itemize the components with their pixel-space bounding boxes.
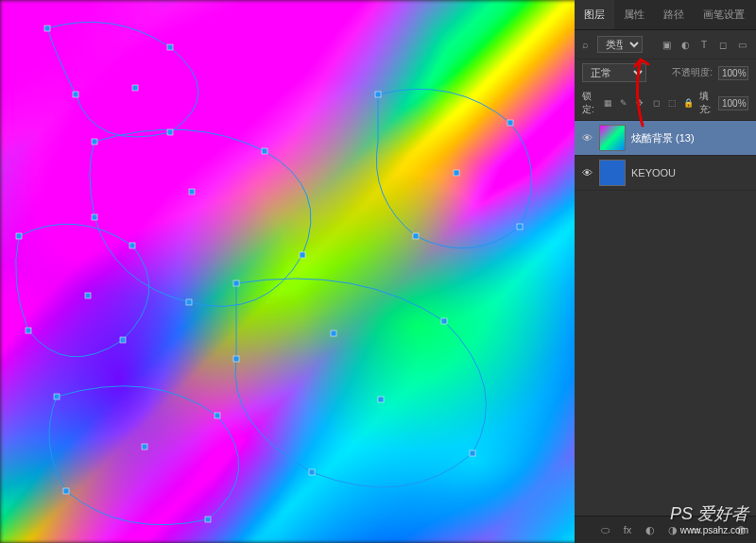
- layers-panel: 图层 属性 路径 画笔设置 ⌕ 类型 ▣ ◐ T ◻ ▭ 正常 不透明度: 10…: [575, 0, 756, 543]
- watermark-url: www.psahz.com: [670, 525, 748, 535]
- panel-tabs: 图层 属性 路径 画笔设置: [575, 0, 756, 30]
- layer-row[interactable]: 👁KEYOOU: [575, 156, 756, 191]
- layer-filter-row: ⌕ 类型 ▣ ◐ T ◻ ▭: [575, 30, 756, 59]
- layer-thumbnail[interactable]: [599, 125, 626, 151]
- blend-mode-row: 正常 不透明度: 100%: [575, 59, 756, 86]
- visibility-toggle-icon[interactable]: 👁: [580, 132, 593, 144]
- lock-move-icon[interactable]: ✥: [634, 97, 646, 110]
- filter-smart-icon[interactable]: ▭: [735, 38, 748, 51]
- link-layers-icon[interactable]: ⬭: [597, 522, 612, 537]
- lock-label: 锁定:: [582, 90, 597, 116]
- opacity-value[interactable]: 100%: [718, 66, 748, 80]
- blend-mode-select[interactable]: 正常: [582, 63, 646, 82]
- lock-brush-icon[interactable]: ✎: [618, 97, 630, 110]
- tab-brush[interactable]: 画笔设置: [694, 0, 754, 29]
- layer-name[interactable]: 炫酷背景 (13): [631, 131, 695, 145]
- filter-pixel-icon[interactable]: ▣: [660, 38, 673, 51]
- fill-value[interactable]: 100%: [718, 96, 748, 110]
- watermark-text: PS 爱好者: [670, 504, 748, 523]
- lock-row: 锁定: ▦ ✎ ✥ ◻ ⬚ 🔒 填充: 100%: [575, 86, 756, 121]
- watermark: PS 爱好者 www.psahz.com: [670, 502, 748, 535]
- lock-crop-icon[interactable]: ◻: [650, 97, 662, 110]
- layer-name[interactable]: KEYOOU: [631, 167, 676, 178]
- canvas-artwork[interactable]: [0, 0, 595, 543]
- lock-icon[interactable]: 🔒: [682, 97, 695, 110]
- visibility-toggle-icon[interactable]: 👁: [580, 167, 593, 178]
- lock-artboard-icon[interactable]: ⬚: [666, 97, 679, 110]
- filter-type-select[interactable]: 类型: [597, 36, 643, 53]
- layer-list: 👁炫酷背景 (13)👁KEYOOU: [575, 121, 756, 516]
- search-icon: ⌕: [582, 39, 592, 50]
- opacity-label: 不透明度:: [672, 66, 713, 79]
- lock-all-icon[interactable]: ▦: [602, 97, 614, 110]
- fill-label: 填充:: [699, 90, 714, 116]
- layer-fx-icon[interactable]: fx: [620, 522, 635, 537]
- tab-properties[interactable]: 属性: [614, 0, 654, 29]
- filter-text-icon[interactable]: T: [697, 38, 711, 51]
- layer-mask-icon[interactable]: ◐: [643, 522, 658, 537]
- filter-adjust-icon[interactable]: ◐: [679, 38, 692, 51]
- tab-layers[interactable]: 图层: [575, 0, 614, 29]
- layer-thumbnail[interactable]: [599, 160, 626, 186]
- layer-row[interactable]: 👁炫酷背景 (13): [575, 121, 756, 156]
- tab-paths[interactable]: 路径: [654, 0, 694, 29]
- filter-shape-icon[interactable]: ◻: [716, 38, 730, 51]
